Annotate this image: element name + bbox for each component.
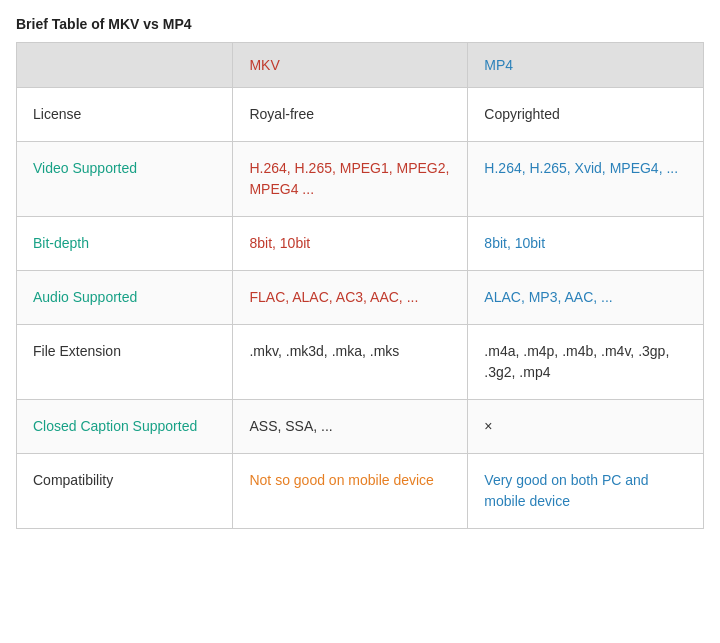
cell-mp4: 8bit, 10bit — [468, 217, 704, 271]
cell-mkv: 8bit, 10bit — [233, 217, 468, 271]
cell-feature: Audio Supported — [17, 271, 233, 325]
header-mkv: MKV — [233, 43, 468, 88]
page-title: Brief Table of MKV vs MP4 — [16, 16, 704, 32]
cell-mp4: Copyrighted — [468, 88, 704, 142]
table-row: Video SupportedH.264, H.265, MPEG1, MPEG… — [17, 142, 704, 217]
cell-feature: License — [17, 88, 233, 142]
cell-feature: Video Supported — [17, 142, 233, 217]
cell-mkv: Royal-free — [233, 88, 468, 142]
cell-mkv: ASS, SSA, ... — [233, 400, 468, 454]
cell-mp4: Very good on both PC and mobile device — [468, 454, 704, 529]
cell-mp4: × — [468, 400, 704, 454]
header-mp4: MP4 — [468, 43, 704, 88]
cell-feature: Closed Caption Supported — [17, 400, 233, 454]
header-feature — [17, 43, 233, 88]
cell-feature: File Extension — [17, 325, 233, 400]
cell-mkv: FLAC, ALAC, AC3, AAC, ... — [233, 271, 468, 325]
cell-feature: Compatibility — [17, 454, 233, 529]
cell-mp4: ALAC, MP3, AAC, ... — [468, 271, 704, 325]
table-row: CompatibilityNot so good on mobile devic… — [17, 454, 704, 529]
table-row: Closed Caption SupportedASS, SSA, ...× — [17, 400, 704, 454]
cell-mkv: .mkv, .mk3d, .mka, .mks — [233, 325, 468, 400]
comparison-table: MKV MP4 LicenseRoyal-freeCopyrightedVide… — [16, 42, 704, 529]
table-row: LicenseRoyal-freeCopyrighted — [17, 88, 704, 142]
table-row: Bit-depth8bit, 10bit8bit, 10bit — [17, 217, 704, 271]
cell-mkv: Not so good on mobile device — [233, 454, 468, 529]
cell-mp4: .m4a, .m4p, .m4b, .m4v, .3gp, .3g2, .mp4 — [468, 325, 704, 400]
table-header-row: MKV MP4 — [17, 43, 704, 88]
table-row: File Extension.mkv, .mk3d, .mka, .mks.m4… — [17, 325, 704, 400]
cell-mkv: H.264, H.265, MPEG1, MPEG2, MPEG4 ... — [233, 142, 468, 217]
cell-mp4: H.264, H.265, Xvid, MPEG4, ... — [468, 142, 704, 217]
table-row: Audio SupportedFLAC, ALAC, AC3, AAC, ...… — [17, 271, 704, 325]
cell-feature: Bit-depth — [17, 217, 233, 271]
